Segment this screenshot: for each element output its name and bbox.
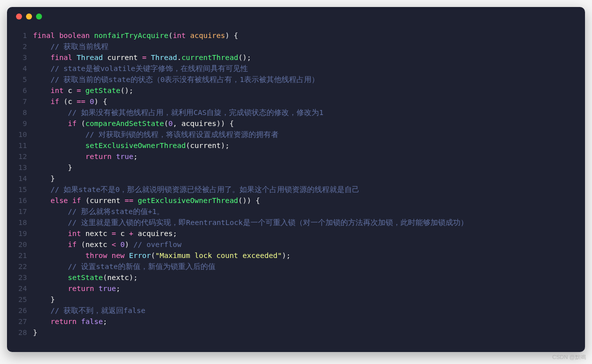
code-line: 28} [7,327,585,338]
line-number: 25 [7,294,33,305]
line-number: 15 [7,184,33,195]
line-number: 19 [7,228,33,239]
code-line: 27 return false; [7,316,585,327]
code-line: 15 // 如果state不是0，那么就说明锁资源已经被占用了。如果这个占用锁资… [7,184,585,195]
code-content[interactable]: // 对获取到锁的线程，将该线程设置成线程资源的拥有者 [33,129,585,140]
code-line: 4 // state是被volatile关键字修饰，在线程间具有可见性 [7,63,585,74]
line-number: 26 [7,305,33,316]
code-content[interactable]: // 如果state不是0，那么就说明锁资源已经被占用了。如果这个占用锁资源的线… [33,184,585,195]
watermark: CSDN @默鳴 [552,354,586,361]
code-content[interactable]: // 获取当前的锁state的状态（0表示没有被线程占有，1表示被其他线程占用） [33,74,585,85]
code-line: 16 else if (current == getExclusiveOwner… [7,195,585,206]
code-line: 26 // 获取不到，就返回false [7,305,585,316]
code-line: 8 // 如果没有被其他线程占用，就利用CAS自旋，完成锁状态的修改，修改为1 [7,107,585,118]
code-content[interactable]: throw new Error("Maximum lock count exce… [33,250,585,261]
code-line: 1final boolean nonfairTryAcquire(int acq… [7,30,585,41]
code-area[interactable]: 1final boolean nonfairTryAcquire(int acq… [7,26,585,345]
code-content[interactable]: } [33,162,585,173]
line-number: 21 [7,250,33,261]
code-content[interactable]: int c = getState(); [33,85,585,96]
line-number: 1 [7,30,33,41]
line-number: 3 [7,52,33,63]
code-line: 3 final Thread current = Thread.currentT… [7,52,585,63]
minimize-icon[interactable] [26,14,32,20]
line-number: 23 [7,272,33,283]
maximize-icon[interactable] [36,14,42,20]
code-line: 25 } [7,294,585,305]
code-line: 17 // 那么就将state的值+1。 [7,206,585,217]
code-line: 21 throw new Error("Maximum lock count e… [7,250,585,261]
titlebar [7,7,585,26]
line-number: 4 [7,63,33,74]
code-content[interactable]: } [33,173,585,184]
line-number: 11 [7,140,33,151]
line-number: 17 [7,206,33,217]
code-content[interactable]: int nextc = c + acquires; [33,228,585,239]
code-content[interactable]: setState(nextc); [33,272,585,283]
line-number: 22 [7,261,33,272]
line-number: 14 [7,173,33,184]
code-line: 13 } [7,162,585,173]
line-number: 24 [7,283,33,294]
code-content[interactable]: // 设置state的新值，新值为锁重入后的值 [33,261,585,272]
code-line: 23 setState(nextc); [7,272,585,283]
code-content[interactable]: // 如果没有被其他线程占用，就利用CAS自旋，完成锁状态的修改，修改为1 [33,107,585,118]
code-content[interactable]: final boolean nonfairTryAcquire(int acqu… [33,30,585,41]
code-line: 10 // 对获取到锁的线程，将该线程设置成线程资源的拥有者 [7,129,585,140]
line-number: 12 [7,151,33,162]
code-content[interactable]: // state是被volatile关键字修饰，在线程间具有可见性 [33,63,585,74]
code-content[interactable]: if (nextc < 0) // overflow [33,239,585,250]
code-line: 6 int c = getState(); [7,85,585,96]
line-number: 6 [7,85,33,96]
code-content[interactable]: else if (current == getExclusiveOwnerThr… [33,195,585,206]
line-number: 5 [7,74,33,85]
code-content[interactable]: if (c == 0) { [33,96,585,107]
code-content[interactable]: if (compareAndSetState(0, acquires)) { [33,118,585,129]
code-content[interactable]: return false; [33,316,585,327]
line-number: 28 [7,327,33,338]
code-line: 11 setExclusiveOwnerThread(current); [7,140,585,151]
code-line: 9 if (compareAndSetState(0, acquires)) { [7,118,585,129]
code-line: 14 } [7,173,585,184]
code-content[interactable]: // 这里就是重入锁的代码实现，即ReentrantLock是一个可重入锁（对一… [33,217,585,228]
code-content[interactable]: // 那么就将state的值+1。 [33,206,585,217]
code-content[interactable]: return true; [33,283,585,294]
editor-window: 1final boolean nonfairTryAcquire(int acq… [7,7,585,352]
line-number: 16 [7,195,33,206]
line-number: 13 [7,162,33,173]
code-content[interactable]: setExclusiveOwnerThread(current); [33,140,585,151]
code-line: 7 if (c == 0) { [7,96,585,107]
code-content[interactable]: return true; [33,151,585,162]
code-content[interactable]: // 获取不到，就返回false [33,305,585,316]
line-number: 10 [7,129,33,140]
close-icon[interactable] [16,14,22,20]
code-line: 24 return true; [7,283,585,294]
line-number: 2 [7,41,33,52]
code-line: 12 return true; [7,151,585,162]
line-number: 9 [7,118,33,129]
code-content[interactable]: } [33,294,585,305]
code-content[interactable]: } [33,327,585,338]
code-line: 5 // 获取当前的锁state的状态（0表示没有被线程占有，1表示被其他线程占… [7,74,585,85]
line-number: 27 [7,316,33,327]
code-content[interactable]: // 获取当前线程 [33,41,585,52]
code-line: 19 int nextc = c + acquires; [7,228,585,239]
line-number: 8 [7,107,33,118]
code-content[interactable]: final Thread current = Thread.currentThr… [33,52,585,63]
code-line: 18 // 这里就是重入锁的代码实现，即ReentrantLock是一个可重入锁… [7,217,585,228]
line-number: 7 [7,96,33,107]
line-number: 20 [7,239,33,250]
code-line: 2 // 获取当前线程 [7,41,585,52]
line-number: 18 [7,217,33,228]
code-line: 22 // 设置state的新值，新值为锁重入后的值 [7,261,585,272]
code-line: 20 if (nextc < 0) // overflow [7,239,585,250]
